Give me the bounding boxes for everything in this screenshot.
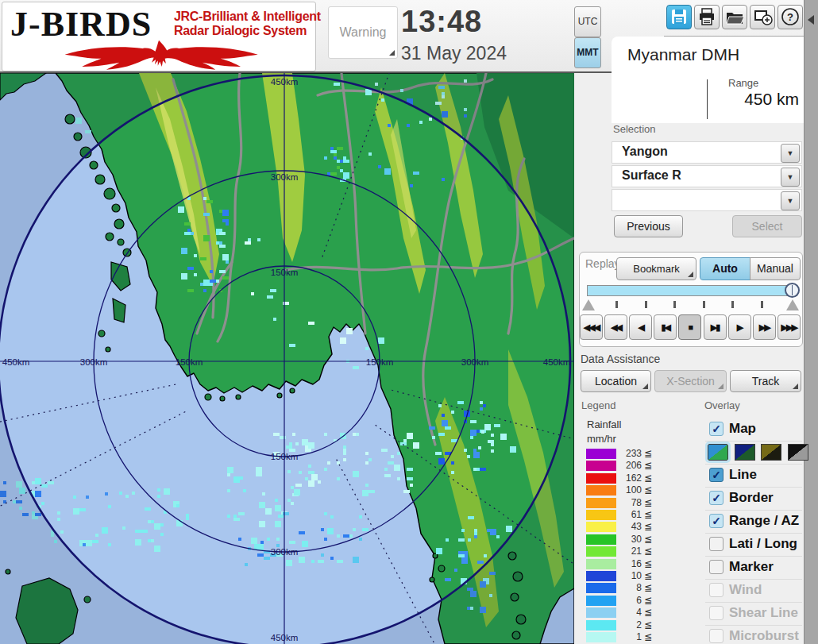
legend-lte-symbol: ≦ (644, 510, 652, 520)
legend-lte-symbol: ≦ (644, 485, 652, 496)
legend-lte-symbol: ≦ (644, 596, 652, 606)
chevron-down-icon[interactable]: ▼ (781, 144, 800, 163)
legend-color-swatch (586, 571, 616, 581)
overlay-item-line[interactable]: ✓Line (705, 465, 802, 488)
legend-lte-symbol: ≦ (644, 632, 652, 642)
stop-button[interactable]: ■ (678, 314, 701, 340)
reverse-play-button[interactable]: ◀ (629, 314, 652, 340)
location-button[interactable]: Location (581, 370, 651, 392)
logo-subtitle-line2: Radar Dialogic System (174, 24, 321, 38)
chevron-down-icon[interactable]: ▼ (781, 168, 800, 187)
legend-row: 6≦ (586, 596, 651, 607)
checkbox[interactable] (709, 606, 723, 620)
legend-color-swatch (586, 449, 616, 459)
legend-lte-symbol: ≦ (644, 498, 652, 508)
overlay-item-border[interactable]: ✓Border (705, 488, 802, 511)
step-forward-button[interactable]: ▶▮ (704, 314, 727, 340)
warning-button[interactable]: Warning (328, 6, 398, 59)
svg-text:300km: 300km (461, 357, 489, 367)
legend-subtitle: Rainfall (587, 418, 621, 430)
collapse-arrow-icon (808, 15, 814, 25)
legend-value: 43 (618, 522, 642, 532)
selection-dropdown[interactable]: Yangon▼ (612, 141, 802, 164)
legend-value: 8 (618, 583, 642, 593)
map-style-swatch[interactable] (735, 444, 755, 461)
checkbox[interactable]: ✓ (709, 514, 723, 528)
legend-color-swatch (586, 607, 616, 618)
legend-value: 78 (618, 498, 642, 508)
fast-forward-button[interactable]: ▶▶ (753, 314, 776, 340)
track-button[interactable]: Track (730, 370, 801, 392)
play-button[interactable]: ▶ (728, 314, 751, 340)
overlay-item-range-az[interactable]: ✓Range / AZ (705, 511, 802, 534)
eagle-icon (6, 37, 312, 71)
legend-row: 100≦ (586, 485, 651, 496)
overlay-item-lati-long[interactable]: Lati / Long (705, 534, 802, 557)
overlay-item-map[interactable]: ✓Map (705, 418, 802, 442)
warning-label: Warning (340, 25, 387, 39)
legend-value: 206 (618, 461, 642, 471)
replay-slider-handle[interactable] (785, 283, 800, 298)
checkbox[interactable] (709, 583, 723, 597)
selection-dropdown[interactable]: Surface R▼ (612, 165, 802, 187)
svg-text:?: ? (787, 11, 793, 23)
open-folder-button[interactable] (722, 5, 747, 29)
xsection-button[interactable]: X-Section (654, 370, 727, 392)
checkbox[interactable] (709, 560, 723, 574)
capture-add-button[interactable] (750, 5, 775, 29)
slider-tick (645, 301, 647, 308)
svg-text:450km: 450km (271, 77, 299, 87)
legend-color-swatch (586, 534, 616, 545)
legend-lte-symbol: ≦ (644, 534, 652, 545)
map-style-swatch[interactable] (788, 444, 808, 461)
checkbox[interactable]: ✓ (709, 468, 723, 482)
legend-value: 30 (618, 534, 642, 545)
legend-lte-symbol: ≦ (644, 571, 652, 581)
logo: J-BIRDS JRC-Brilliant & Intelligent Rada… (2, 2, 316, 71)
manual-button[interactable]: Manual (750, 257, 801, 280)
fast-rewind-button[interactable]: ◀◀ (604, 314, 627, 340)
capture-add-icon (750, 6, 774, 29)
track-label: Track (752, 375, 779, 388)
legend-row: 10≦ (586, 571, 651, 582)
fastest-rewind-button[interactable]: ◀◀◀ (580, 314, 603, 340)
bookmark-label: Bookmark (633, 263, 680, 275)
map-style-swatch[interactable] (761, 444, 781, 461)
checkbox[interactable]: ✓ (709, 422, 723, 436)
svg-text:450km: 450km (2, 357, 30, 367)
legend-color-swatch (586, 583, 616, 593)
checkbox[interactable] (709, 537, 723, 551)
help-button[interactable]: ? (777, 5, 803, 29)
fastest-forward-button[interactable]: ▶▶▶ (777, 314, 801, 340)
checkbox[interactable]: ✓ (709, 491, 723, 505)
legend-value: 10 (618, 571, 642, 581)
select-button[interactable]: Select (732, 215, 802, 237)
radar-map[interactable]: 150km150km150km150km300km300km300km300km… (0, 73, 574, 644)
chevron-down-icon[interactable]: ▼ (781, 191, 800, 210)
overlay-item-marker[interactable]: Marker (705, 557, 802, 580)
utc-button[interactable]: UTC (574, 6, 601, 37)
print-button[interactable] (694, 5, 720, 29)
legend-lte-symbol: ≦ (644, 473, 652, 484)
previous-button[interactable]: Previous (614, 215, 683, 237)
open-folder-icon (723, 6, 747, 29)
selection-dropdown[interactable]: ▼ (612, 189, 802, 211)
legend-lte-symbol: ≦ (644, 546, 652, 557)
step-back-button[interactable]: ▮◀ (654, 314, 677, 340)
xsection-label: X-Section (666, 375, 715, 388)
map-style-swatch[interactable] (708, 444, 728, 461)
mmt-button[interactable]: MMT (574, 37, 601, 68)
legend-value: 233 (618, 449, 642, 459)
bookmark-button[interactable]: Bookmark (616, 257, 696, 280)
legend-color-swatch (586, 559, 616, 569)
overlay-item-wind[interactable]: Wind (705, 580, 802, 603)
overlay-item-shear-line[interactable]: Shear Line (705, 603, 802, 626)
panel-collapse-strip[interactable] (804, 0, 818, 644)
slider-tick (615, 301, 618, 308)
auto-button[interactable]: Auto (700, 257, 750, 280)
legend-color-swatch (586, 546, 616, 557)
save-button[interactable] (666, 5, 692, 29)
overlay-item-microburst[interactable]: Microburst (705, 626, 802, 644)
checkbox[interactable] (709, 629, 723, 643)
legend-color-swatch (586, 632, 616, 642)
